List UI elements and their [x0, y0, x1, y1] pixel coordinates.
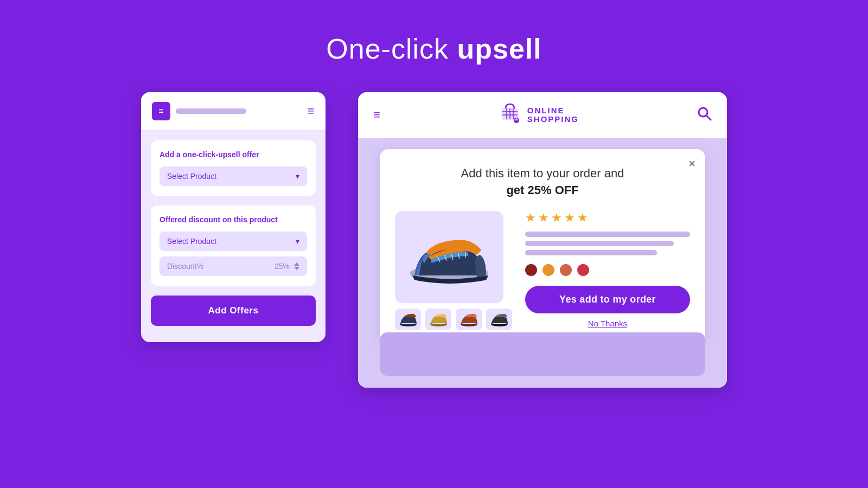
- brand-line-1: ONLINE: [527, 106, 579, 115]
- shop-content: × Add this item to your order and get 25…: [358, 138, 727, 388]
- admin-icon: ≡: [152, 102, 170, 120]
- upsell-modal: × Add this item to your order and get 25…: [380, 149, 705, 343]
- shoe-thumb-1[interactable]: [395, 309, 421, 330]
- star-4: ★: [564, 211, 575, 225]
- star-1: ★: [525, 211, 536, 225]
- svg-line-14: [465, 252, 466, 258]
- swatch-2[interactable]: [542, 264, 554, 276]
- add-offers-button[interactable]: Add Offers: [151, 296, 316, 326]
- shoe-thumb-3[interactable]: [456, 309, 482, 330]
- swatch-1[interactable]: [525, 264, 537, 276]
- page-title: One-click upsell: [326, 33, 541, 65]
- modal-title-bold: get 25% OFF: [506, 183, 578, 197]
- desc-line-1: [525, 232, 690, 237]
- title-regular: One-click: [326, 33, 457, 65]
- title-bold: upsell: [457, 33, 541, 65]
- panels-container: ≡ ≡ Add a one-click-upsell offer Select …: [0, 92, 868, 388]
- color-swatches: [525, 264, 690, 276]
- admin-header-bar: [176, 108, 246, 114]
- select-product-label-2: Select Product: [167, 237, 216, 246]
- section1-title: Add a one-click-upsell offer: [159, 150, 307, 159]
- no-thanks-link[interactable]: No Thanks: [525, 319, 690, 328]
- modal-body: ★ ★ ★ ★ ★: [395, 211, 690, 330]
- star-3: ★: [551, 211, 562, 225]
- background-card: [380, 332, 705, 376]
- shop-header: ≡: [358, 92, 727, 138]
- brand-line-2: SHOPPING: [527, 115, 579, 124]
- close-button[interactable]: ×: [688, 157, 695, 171]
- swatch-4[interactable]: [577, 264, 589, 276]
- shop-brand-text: ONLINE SHOPPING: [527, 106, 579, 124]
- search-icon[interactable]: [697, 106, 712, 124]
- discount-label: Discount%: [167, 262, 203, 271]
- admin-panel: ≡ ≡ Add a one-click-upsell offer Select …: [141, 92, 326, 342]
- spinner-down-icon: [294, 267, 299, 270]
- star-5: ★: [577, 211, 588, 225]
- shoe-image-section: [395, 211, 512, 330]
- star-2: ★: [538, 211, 549, 225]
- shoe-thumb-4[interactable]: [486, 309, 512, 330]
- discount-value: 25%: [275, 262, 290, 271]
- swatch-3[interactable]: [560, 264, 572, 276]
- select-product-label-1: Select Product: [167, 172, 216, 181]
- desc-line-3: [525, 250, 657, 255]
- chevron-down-icon-1: ▾: [296, 172, 299, 181]
- section2-title: Offered discount on this product: [159, 215, 307, 224]
- shoe-thumbnails: [395, 309, 512, 330]
- svg-line-8: [706, 115, 711, 120]
- admin-section-discount: Offered discount on this product Select …: [151, 206, 316, 286]
- chevron-down-icon-2: ▾: [296, 237, 299, 246]
- desc-line-2: [525, 241, 674, 246]
- select-product-dropdown-2[interactable]: Select Product ▾: [159, 232, 307, 251]
- shoe-thumb-2[interactable]: [425, 309, 451, 330]
- spinner-up-icon: [294, 262, 299, 266]
- shopping-cart-icon: [498, 101, 522, 129]
- modal-title-regular: Add this item to your order and: [461, 166, 624, 180]
- select-product-dropdown-1[interactable]: Select Product ▾: [159, 166, 307, 186]
- hamburger-icon[interactable]: ≡: [307, 104, 315, 118]
- yes-add-to-order-button[interactable]: Yes add to my order: [525, 286, 690, 313]
- discount-row: Discount% 25%: [159, 256, 307, 276]
- shop-hamburger-icon[interactable]: ≡: [373, 108, 380, 122]
- discount-value-row: 25%: [275, 262, 299, 271]
- admin-header: ≡ ≡: [141, 92, 326, 131]
- product-details: ★ ★ ★ ★ ★: [525, 211, 690, 328]
- admin-section-upsell: Add a one-click-upsell offer Select Prod…: [151, 140, 316, 196]
- star-rating: ★ ★ ★ ★ ★: [525, 211, 690, 225]
- spinner-icon[interactable]: [294, 262, 299, 270]
- modal-title: Add this item to your order and get 25% …: [395, 165, 690, 199]
- shoe-main-image: [395, 211, 503, 303]
- product-desc-lines: [525, 232, 690, 255]
- shop-brand: ONLINE SHOPPING: [498, 101, 579, 129]
- shop-panel: ≡: [358, 92, 727, 388]
- admin-header-left: ≡: [152, 102, 246, 120]
